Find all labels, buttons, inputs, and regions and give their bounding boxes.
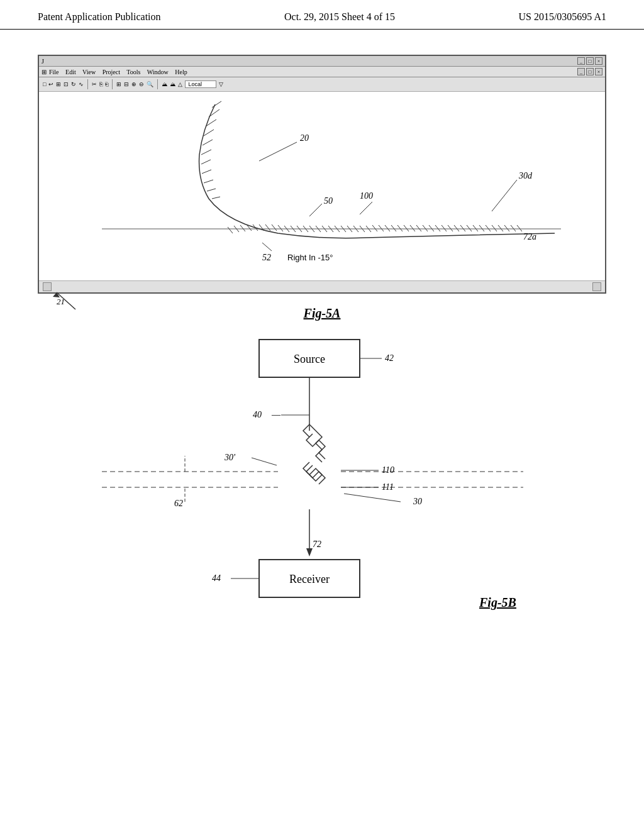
svg-line-38 bbox=[397, 225, 402, 231]
svg-text:52: 52 bbox=[262, 253, 271, 262]
toolbar-icon-4: ⊡ bbox=[64, 81, 69, 87]
svg-line-3 bbox=[204, 130, 214, 136]
svg-text:110: 110 bbox=[382, 465, 394, 475]
svg-line-35 bbox=[379, 225, 384, 231]
inner-restore-button[interactable]: □ bbox=[586, 68, 594, 75]
menu-help[interactable]: Help bbox=[175, 69, 187, 75]
svg-line-44 bbox=[435, 225, 440, 231]
menu-edit[interactable]: Edit bbox=[65, 69, 76, 75]
svg-line-34 bbox=[372, 225, 377, 231]
svg-line-65 bbox=[360, 202, 372, 214]
svg-line-52 bbox=[486, 225, 491, 231]
svg-text:Source: Source bbox=[294, 353, 325, 365]
svg-text:30d: 30d bbox=[518, 171, 533, 180]
canvas-svg: 20 30d 50 100 72a 52 Right In -15° bbox=[39, 92, 605, 280]
svg-line-37 bbox=[391, 225, 396, 231]
toolbar-icon-12: ⊕ bbox=[131, 81, 136, 87]
toolbar-icon-10: ⊞ bbox=[116, 81, 121, 87]
svg-text:72a: 72a bbox=[523, 232, 536, 241]
status-box-right bbox=[592, 282, 601, 291]
toolbar-local-input[interactable] bbox=[185, 80, 216, 88]
menu-file[interactable]: File bbox=[49, 69, 59, 75]
inner-minimize-button[interactable]: _ bbox=[577, 68, 585, 75]
svg-line-55 bbox=[504, 225, 509, 231]
svg-text:30: 30 bbox=[413, 497, 422, 506]
svg-text:30': 30' bbox=[224, 453, 236, 462]
svg-line-57 bbox=[517, 225, 522, 231]
svg-line-71 bbox=[57, 292, 75, 309]
svg-line-86 bbox=[252, 458, 277, 465]
minimize-button[interactable]: _ bbox=[577, 57, 585, 65]
toolbar-sep-2 bbox=[112, 79, 113, 89]
svg-line-36 bbox=[385, 225, 390, 231]
toolbar-icon-3: ⊞ bbox=[56, 81, 61, 87]
svg-line-46 bbox=[448, 225, 453, 231]
svg-line-43 bbox=[429, 225, 434, 231]
svg-line-8 bbox=[204, 180, 213, 183]
toolbar: □ ↩ ⊞ ⊡ ↻ ∿ ✂ ⎘ ⎗ ⊞ ⊟ ⊕ ⊖ 🔍 ⛰ ⛰ △ ▽ bbox=[39, 77, 605, 92]
svg-line-61 bbox=[492, 180, 517, 211]
svg-text:111: 111 bbox=[382, 482, 394, 492]
svg-line-6 bbox=[201, 160, 211, 164]
svg-line-5 bbox=[201, 150, 211, 155]
svg-line-11 bbox=[228, 227, 233, 233]
toolbar-icon-5: ↻ bbox=[71, 81, 76, 87]
svg-text:Right In -15°: Right In -15° bbox=[287, 253, 333, 262]
menu-bar: File Edit View Project Tools Window Help bbox=[49, 69, 187, 75]
svg-line-59 bbox=[259, 142, 297, 161]
svg-text:100: 100 bbox=[360, 191, 373, 201]
toolbar-sep-1 bbox=[87, 79, 88, 89]
toolbar-icon-16: ⛰ bbox=[170, 81, 175, 87]
toolbar-icon-9: ⎗ bbox=[105, 81, 108, 87]
svg-line-1 bbox=[209, 109, 219, 117]
application-window: J _ □ × ⊞ File Edit View Project Tools W… bbox=[38, 55, 606, 294]
toolbar-icon-1: □ bbox=[43, 81, 46, 87]
svg-line-4 bbox=[203, 140, 213, 145]
app-canvas: 20 30d 50 100 72a 52 Right In -15° bbox=[39, 92, 605, 280]
menu-project[interactable]: Project bbox=[103, 69, 120, 75]
svg-line-10 bbox=[212, 197, 220, 199]
app-icon: ⊞ bbox=[42, 69, 47, 75]
svg-line-41 bbox=[416, 225, 421, 231]
svg-line-53 bbox=[492, 225, 497, 231]
svg-text:44: 44 bbox=[212, 573, 221, 583]
toolbar-dropdown-icon: ▽ bbox=[219, 81, 223, 87]
restore-button[interactable]: □ bbox=[586, 57, 594, 65]
svg-line-63 bbox=[309, 204, 322, 216]
title-bar: J _ □ × bbox=[39, 56, 605, 67]
svg-line-7 bbox=[202, 170, 211, 174]
toolbar-icon-14: 🔍 bbox=[147, 81, 153, 87]
menu-tools[interactable]: Tools bbox=[126, 69, 140, 75]
close-button[interactable]: × bbox=[595, 57, 602, 65]
toolbar-sep-3 bbox=[157, 79, 158, 89]
toolbar-icon-7: ✂ bbox=[92, 81, 97, 87]
fig5b-diagram: Source 42 40 — bbox=[38, 327, 606, 616]
fig5a-area: 21 Fig-5A bbox=[38, 306, 606, 321]
svg-line-48 bbox=[460, 225, 465, 231]
svg-line-45 bbox=[441, 225, 447, 231]
main-content: J _ □ × ⊞ File Edit View Project Tools W… bbox=[0, 30, 644, 629]
menu-window[interactable]: Window bbox=[147, 69, 169, 75]
inner-window-controls: _ □ × bbox=[577, 68, 602, 75]
svg-text:50: 50 bbox=[324, 196, 333, 206]
toolbar-icon-13: ⊖ bbox=[139, 81, 144, 87]
svg-text:72: 72 bbox=[313, 540, 321, 549]
fig5b-svg: Source 42 40 — bbox=[38, 327, 606, 616]
toolbar-icon-17: △ bbox=[178, 81, 182, 87]
header-right: US 2015/0305695 A1 bbox=[518, 11, 606, 23]
svg-line-42 bbox=[423, 225, 428, 231]
svg-line-13 bbox=[240, 225, 245, 231]
svg-line-49 bbox=[467, 225, 472, 231]
svg-text:Receiver: Receiver bbox=[289, 573, 330, 585]
svg-line-68 bbox=[262, 243, 272, 251]
svg-line-47 bbox=[454, 225, 459, 231]
svg-line-40 bbox=[410, 225, 415, 231]
toolbar-icon-2: ↩ bbox=[48, 81, 53, 87]
menu-view[interactable]: View bbox=[82, 69, 96, 75]
svg-text:62: 62 bbox=[174, 499, 183, 508]
svg-line-56 bbox=[511, 225, 516, 231]
svg-text:—: — bbox=[271, 410, 281, 419]
svg-text:Fig-5B: Fig-5B bbox=[479, 595, 516, 610]
header-left: Patent Application Publication bbox=[38, 11, 161, 23]
inner-close-button[interactable]: × bbox=[595, 68, 602, 75]
